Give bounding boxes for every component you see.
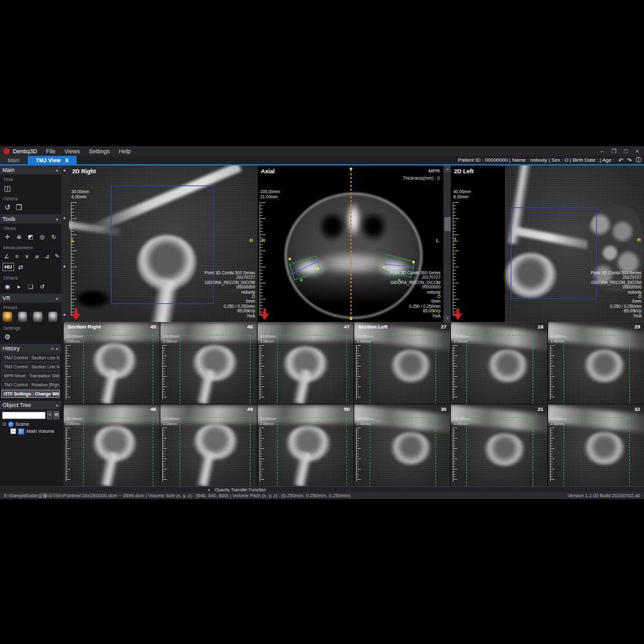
vr-preset-4-thumbnail[interactable] [48,312,58,322]
popout-icon[interactable]: ❐ [611,148,616,155]
section-panel-29[interactable]: 29 10.00mm2.00mm [548,322,644,404]
snapshot-icon[interactable]: ❏ [26,282,35,291]
control-point-dot[interactable] [289,258,291,260]
collapse-icon[interactable]: ▲ [55,296,59,300]
section-panel-46[interactable]: 46 10.00mm2.00mm [160,322,256,404]
vr-preset-2-thumbnail[interactable] [18,312,28,322]
red-arrow-marker-icon[interactable] [260,308,269,320]
collapse-icon[interactable]: ▲ [55,217,59,221]
history-item[interactable]: MPR Move : Translation Slider [Axial] [1,372,60,380]
info-icon[interactable]: ⓘ [636,156,641,164]
video-icon[interactable]: ▸ [14,282,24,291]
section-panel-50[interactable]: 50 10.00mm2.00mm [258,404,354,486]
tree-expander-icon[interactable]: ⊟ [3,422,6,427]
hu-tool-button[interactable]: HU [3,263,14,271]
section-panel-45[interactable]: Section Right 45 10.00mm2.00mm [64,322,160,404]
collapse-handle-icon[interactable]: ▲ [62,168,66,172]
tree-filter-icon[interactable]: ▤ [53,411,59,419]
zoom-tool-icon[interactable]: ⊕ [14,232,24,242]
angle-tool-icon[interactable]: ∠ [3,252,11,261]
vr-preset-1-thumbnail[interactable] [3,312,12,322]
search-clear-icon[interactable]: × [47,411,52,419]
otf-bar[interactable]: ▲ Opacity Transfer Function [0,486,644,492]
vr-preset-3-thumbnail[interactable] [33,312,43,322]
collapse-handle-icon[interactable]: ▲ [62,264,66,268]
undo-icon[interactable]: ↶ [618,157,623,164]
viewport-axial[interactable]: Axial MPR Thickness(mm) : 0 105.00mm21.0… [258,166,443,322]
tree-node-scene[interactable]: ⊟ Scene [3,421,61,428]
panel-header-main[interactable]: Main ▲ [0,166,61,175]
tmj-task-icon[interactable]: ◫ [3,184,12,193]
menu-file[interactable]: File [46,148,56,155]
menu-views[interactable]: Views [64,148,80,155]
section-panel-30[interactable]: 30 10.00mm2.00mm [354,404,450,486]
roi-rectangle[interactable] [511,207,597,299]
minimize-icon[interactable]: − [600,148,603,155]
control-point-dot-green[interactable] [300,279,303,281]
camera-icon[interactable]: ◉ [3,282,12,291]
red-arrow-marker-icon[interactable] [453,308,462,320]
section-panel-47[interactable]: 47 10.00mm2.00mm [258,322,354,404]
tab-tmj-view[interactable]: TMJ View X [28,156,76,164]
volume-checkbox[interactable]: ✓ [10,428,16,434]
collapse-icon[interactable]: ▲ [55,403,59,407]
rotate-tool-icon[interactable]: ↻ [49,232,59,242]
viewport-2d-left[interactable]: 2D Left 40.00mm8.00mm L R Point 3D Combi… [451,166,644,322]
panel-header-vr[interactable]: VR ▲ [0,294,61,303]
collapse-handle-icon[interactable]: ▲ [62,216,66,220]
panel-header-history[interactable]: History ≡ ▲ [0,344,61,353]
mpr-crosshair-line[interactable] [350,169,352,319]
roi-rectangle[interactable] [111,185,214,304]
control-point-dot[interactable] [383,266,385,269]
section-panel-48[interactable]: 48 10.00mm2.00mm [64,404,160,486]
note-tool-icon[interactable]: ✎ [53,252,61,261]
reset-icon[interactable]: ↺ [37,282,47,291]
red-arrow-marker-icon[interactable] [71,308,80,320]
vr-settings-gear-icon[interactable]: ⚙ [3,332,12,341]
viewport-2d-right[interactable]: 2D Right 30.00mm6.00mm L R Point 3D Comb… [69,166,258,322]
maximize-icon[interactable]: □ [624,148,627,155]
control-point-dot[interactable] [412,261,415,263]
collapse-icon[interactable]: ▲ [55,168,59,172]
history-item[interactable]: TMJ Control : Rotation [Right] [1,381,60,389]
reset-layout-icon[interactable]: ↺ [3,203,12,212]
collapse-icon[interactable]: ▲ [55,346,59,350]
panel-header-object-tree[interactable]: Object Tree ▲ [0,401,61,410]
section-number: 27 [440,324,446,330]
switch-layout-icon[interactable]: ❒ [14,203,24,212]
circle-tool-icon[interactable]: ⌀ [33,252,41,261]
scrollbar-handle[interactable] [444,217,451,231]
close-icon[interactable]: × [636,148,639,155]
otf-collapse-icon[interactable]: ▲ [207,488,211,491]
history-menu-icon[interactable]: ≡ [51,346,53,351]
section-panel-31[interactable]: 31 10.00mm2.00mm [451,404,547,486]
menu-help[interactable]: Help [118,148,131,155]
history-item[interactable]: TMJ Control : Section Line Move [Right] [1,363,60,371]
history-item-selected[interactable]: OTF Settings : Change Windowing Range [1,390,60,398]
panel-header-tools[interactable]: Tools ▲ [0,214,61,223]
section-panel-28[interactable]: 28 10.00mm2.00mm [451,322,547,404]
control-point-dot[interactable] [317,267,319,270]
invert-tool-icon[interactable]: ◩ [26,232,35,242]
ruler [66,428,71,482]
visibility-tool-icon[interactable]: ◎ [37,232,47,242]
tab-main[interactable]: Main [0,156,27,164]
section-panel-32[interactable]: 32 10.00mm2.00mm [548,404,644,486]
crosshair-handle-dot[interactable] [350,317,352,320]
screen: Dentiq3D File Views Settings Help − ❐ □ … [0,0,644,644]
distance-tool-icon[interactable]: ≡ [13,252,21,261]
object-tree-search-input[interactable] [2,412,46,419]
pan-tool-icon[interactable]: ✛ [3,232,12,242]
profile-tool-icon[interactable]: ⊿ [43,252,52,261]
three-point-angle-tool-icon[interactable]: ∨ [23,252,31,261]
collapse-handle-icon[interactable]: ▲ [62,312,66,316]
menu-settings[interactable]: Settings [89,148,110,155]
crosshair-handle-dot[interactable] [350,167,352,170]
tab-close-icon[interactable]: X [65,157,69,164]
history-item[interactable]: TMJ Control : Section Line Move [Left] [1,354,60,362]
tree-node-main-volume[interactable]: ✓ Main Volume [3,428,61,435]
tape-tool-icon[interactable]: ⇄ [16,263,26,272]
redo-icon[interactable]: ↷ [627,157,632,164]
section-panel-27[interactable]: Section Left 27 10.00mm2.00mm [354,322,450,404]
section-panel-49[interactable]: 49 10.00mm2.00mm [160,404,256,486]
